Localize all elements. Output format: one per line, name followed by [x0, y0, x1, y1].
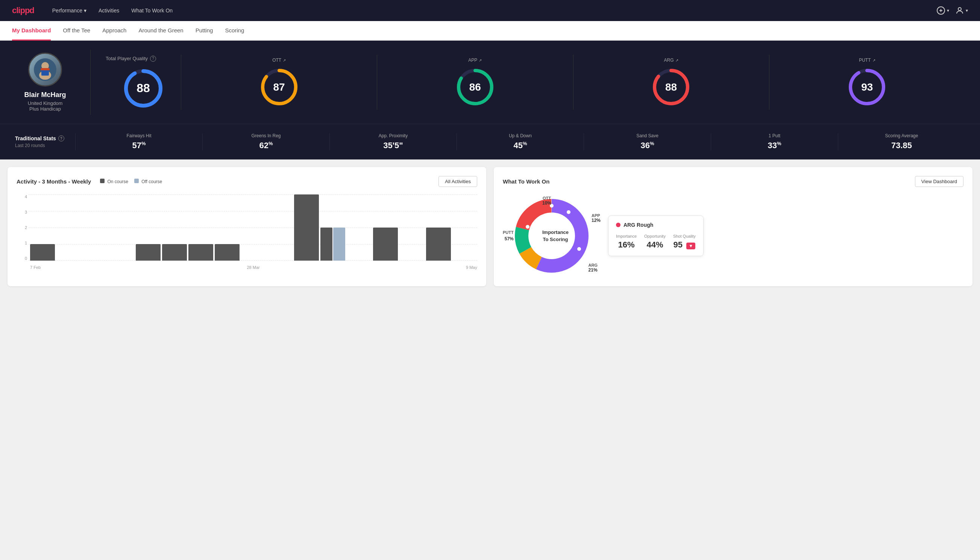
on-course-bar: [188, 244, 213, 261]
stat-sand-save: Sand Save 36%: [584, 133, 711, 150]
arg-ring-value: 88: [665, 81, 677, 93]
trad-stats-subtitle: Last 20 rounds: [15, 143, 75, 148]
player-handicap: Plus Handicap: [29, 106, 61, 112]
stat-1-putt-value: 33%: [714, 141, 835, 150]
putt-arrow-icon: ↗: [872, 58, 875, 62]
traditional-stats-section: Traditional Stats ? Last 20 rounds Fairw…: [0, 124, 980, 160]
donut-container: ImportanceTo Scoring OTT10% APP12% ARG21…: [503, 195, 963, 277]
donut-label-arg: ARG21%: [589, 263, 597, 273]
tab-my-dashboard[interactable]: My Dashboard: [12, 22, 51, 41]
ott-arrow-icon: ↗: [283, 58, 286, 62]
arg-rough-dot: [616, 223, 621, 227]
shot-quality-badge: ▼: [686, 243, 695, 249]
stat-scoring-avg-value: 73.85: [841, 141, 962, 150]
wtwo-title: What To Work On: [503, 178, 549, 185]
chart-legend: On course Off course: [100, 178, 162, 184]
stat-app-proximity: App. Proximity 35'5": [329, 133, 456, 150]
activity-chart-header: Activity - 3 Months - Weekly On course O…: [17, 176, 477, 187]
bar-group: [426, 228, 451, 261]
app-label: APP ↗: [468, 58, 482, 63]
app-ring-wrap: 86: [456, 67, 495, 107]
bottom-panels: Activity - 3 Months - Weekly On course O…: [0, 160, 980, 294]
bar-group: [188, 244, 213, 261]
total-score: Total Player Quality ? 88: [106, 56, 181, 109]
tab-approach[interactable]: Approach: [102, 22, 126, 41]
total-score-ring: 88: [106, 68, 181, 109]
trad-stats-title: Traditional Stats ?: [15, 135, 75, 142]
info-card: ARG Rough Importance 16% Opportunity 44%…: [608, 215, 704, 256]
nav-activities[interactable]: Activities: [98, 5, 119, 17]
activity-chart-title: Activity - 3 Months - Weekly: [17, 178, 91, 185]
metric-importance: Importance 16%: [616, 234, 637, 250]
wtwo-header: What To Work On View Dashboard: [503, 176, 963, 187]
total-score-label: Total Player Quality ?: [106, 56, 181, 62]
ott-ring-value: 87: [273, 81, 285, 93]
tab-scoring[interactable]: Scoring: [225, 22, 244, 41]
on-course-bar: [373, 228, 398, 261]
bar-group: [373, 228, 398, 261]
total-ring-wrap: 88: [123, 68, 164, 109]
donut-center-text: ImportanceTo Scoring: [542, 229, 569, 243]
donut-label-ott: OTT10%: [542, 196, 551, 206]
add-button[interactable]: ▾: [937, 6, 949, 15]
trad-help-icon[interactable]: ?: [58, 135, 64, 142]
ott-ring-wrap: 87: [260, 67, 299, 107]
bar-group: [136, 244, 161, 261]
nav-right-actions: ▾ ▾: [937, 6, 968, 15]
chart-x-labels: 7 Feb 28 Mar 9 May: [30, 265, 477, 270]
off-course-bar: [333, 228, 345, 261]
what-to-work-on-panel: What To Work On View Dashboard: [494, 167, 972, 286]
metric-shot-quality: Shot Quality 95 ▼: [673, 234, 696, 250]
help-icon[interactable]: ?: [150, 56, 156, 62]
user-menu-button[interactable]: ▾: [955, 6, 968, 15]
score-app: APP ↗ 86: [377, 55, 573, 110]
info-card-title: ARG Rough: [616, 222, 696, 228]
bar-group: [294, 195, 319, 261]
arg-label: ARG ↗: [664, 58, 679, 63]
tab-putting[interactable]: Putting: [196, 22, 213, 41]
on-course-legend: On course: [100, 178, 128, 184]
svg-point-25: [526, 225, 529, 229]
shot-quality-value: 95 ▼: [673, 240, 696, 250]
activity-chart-panel: Activity - 3 Months - Weekly On course O…: [8, 167, 486, 286]
ott-label: OTT ↗: [272, 58, 286, 63]
view-dashboard-button[interactable]: View Dashboard: [915, 176, 963, 187]
off-course-dot: [134, 178, 139, 183]
total-ring-value: 88: [136, 81, 150, 95]
on-course-bar: [320, 228, 333, 261]
on-course-bar: [136, 244, 161, 261]
stat-greens-value: 62%: [206, 141, 326, 150]
player-name: Blair McHarg: [24, 91, 66, 99]
vertical-divider: [90, 50, 91, 115]
tab-off-the-tee[interactable]: Off the Tee: [63, 22, 90, 41]
bar-group: [320, 228, 345, 261]
putt-ring-value: 93: [861, 81, 873, 93]
nav-what-to-work-on[interactable]: What To Work On: [131, 5, 173, 17]
donut-label-app: APP12%: [592, 213, 601, 223]
stat-fairways-hit: Fairways Hit 57%: [75, 133, 202, 150]
nav-performance[interactable]: Performance ▾: [52, 5, 87, 17]
on-course-bar: [215, 244, 240, 261]
info-card-metrics: Importance 16% Opportunity 44% Shot Qual…: [616, 234, 696, 250]
on-course-dot: [100, 178, 105, 183]
hero-section: Blair McHarg United Kingdom Plus Handica…: [0, 41, 980, 124]
stat-up-and-down: Up & Down 45%: [456, 133, 584, 150]
bar-group: [162, 244, 187, 261]
arg-arrow-icon: ↗: [676, 58, 679, 62]
stat-greens-in-reg: Greens In Reg 62%: [202, 133, 329, 150]
tab-around-the-green[interactable]: Around the Green: [138, 22, 183, 41]
score-putt: PUTT ↗ 93: [769, 55, 965, 110]
metric-opportunity: Opportunity 44%: [644, 234, 666, 250]
trad-stats-label: Traditional Stats ? Last 20 rounds: [15, 135, 75, 148]
all-activities-button[interactable]: All Activities: [438, 176, 477, 187]
app-logo: clippd: [12, 6, 34, 15]
stat-scoring-average: Scoring Average 73.85: [838, 133, 965, 150]
chart-y-labels: 4 3 2 1 0: [17, 195, 27, 261]
svg-point-3: [958, 8, 961, 10]
top-navigation: clippd Performance ▾ Activities What To …: [0, 0, 980, 21]
putt-ring-wrap: 93: [847, 67, 887, 107]
chevron-down-icon: ▾: [84, 8, 87, 13]
on-course-bar: [30, 244, 55, 261]
putt-label: PUTT ↗: [859, 58, 875, 63]
stat-sand-save-value: 36%: [587, 141, 708, 150]
